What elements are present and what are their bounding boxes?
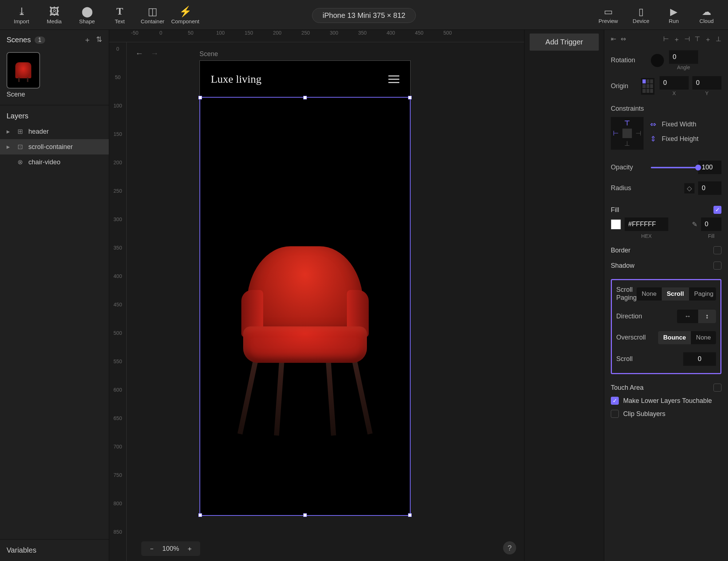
- menu-icon[interactable]: [388, 75, 399, 83]
- overscroll-none-option[interactable]: None: [691, 331, 716, 344]
- align-center2-icon[interactable]: ＋: [673, 35, 680, 44]
- run-button[interactable]: ▶ Run: [657, 2, 690, 28]
- fill-value-input[interactable]: [701, 217, 721, 231]
- align-top-icon[interactable]: ⊤: [695, 35, 700, 44]
- media-label: Media: [47, 18, 62, 24]
- canvas-scene-label[interactable]: Scene: [199, 50, 218, 58]
- zoom-in-icon[interactable]: ＋: [186, 544, 193, 553]
- scroll-value-input[interactable]: [683, 352, 716, 366]
- ruler-tick: 50: [188, 30, 216, 42]
- rotation-input[interactable]: [669, 50, 698, 64]
- device-selector[interactable]: iPhone 13 Mini 375 × 812: [312, 8, 416, 23]
- angle-sublabel: Angle: [677, 64, 690, 70]
- opacity-input[interactable]: [698, 161, 721, 174]
- nav-forward-icon[interactable]: →: [151, 49, 159, 58]
- origin-y-input[interactable]: [692, 76, 721, 90]
- ruler-tick: 800: [109, 501, 126, 529]
- ruler-vertical: 0501001502002503003504004505005506006507…: [109, 42, 127, 561]
- container-tool[interactable]: ◫ Container: [136, 2, 169, 28]
- text-label: Text: [115, 18, 125, 24]
- component-tool[interactable]: ⚡ Component: [169, 2, 202, 28]
- border-checkbox[interactable]: [713, 246, 721, 254]
- fill-hex-input[interactable]: [625, 217, 668, 231]
- layer-name: chair-video: [28, 158, 60, 166]
- scene-name[interactable]: Scene: [0, 90, 109, 105]
- video-layer-icon: ⊗: [16, 158, 24, 166]
- radius-input[interactable]: [698, 181, 721, 195]
- canvas-stage[interactable]: ← → Scene Luxe living: [127, 42, 524, 561]
- overscroll-bounce-option[interactable]: Bounce: [658, 331, 691, 344]
- direction-horizontal-icon[interactable]: ↔: [677, 310, 698, 323]
- layer-scroll-container[interactable]: ▸ ⊡ scroll-container: [0, 139, 109, 154]
- left-panel: Scenes 1 ＋ ⇅ Scene Layers ▸ ⊞ header ▸ ⊡…: [0, 30, 109, 561]
- import-tool[interactable]: ⤓ Import: [5, 2, 38, 28]
- anchor-right-icon[interactable]: ⊣: [636, 129, 641, 137]
- direction-vertical-icon[interactable]: ↕: [698, 310, 716, 323]
- scroll-value-label: Scroll: [616, 355, 633, 363]
- hex-sublabel: HEX: [625, 233, 668, 239]
- align-left-icon[interactable]: ⇤: [611, 35, 616, 44]
- layer-chair-video[interactable]: ▸ ⊗ chair-video: [0, 154, 109, 170]
- chair-thumb-icon: [15, 62, 31, 78]
- rotation-dial[interactable]: [651, 54, 664, 67]
- anchor-top-icon[interactable]: ⊤: [624, 119, 630, 127]
- help-icon[interactable]: ?: [503, 541, 516, 554]
- align-center-h-icon[interactable]: ⇔: [621, 35, 626, 44]
- overscroll-segmented: Bounce None: [658, 331, 716, 344]
- shape-tool[interactable]: ⬤ Shape: [71, 2, 103, 28]
- align-middle-icon[interactable]: ＋: [705, 35, 711, 44]
- shadow-checkbox[interactable]: [713, 262, 721, 270]
- align-bottom-icon[interactable]: ⊥: [716, 35, 721, 44]
- anchor-control[interactable]: ⊤ ⊥ ⊢ ⊣: [611, 117, 644, 150]
- anchor-bottom-icon[interactable]: ⊥: [624, 140, 630, 148]
- ruler-tick: 450: [109, 302, 126, 330]
- opacity-slider[interactable]: [651, 167, 698, 168]
- eyedropper-icon[interactable]: ✎: [692, 220, 697, 228]
- fill-label: Fill: [611, 206, 619, 214]
- scene-settings-icon[interactable]: ⇅: [96, 35, 102, 45]
- paging-scroll-option[interactable]: Scroll: [662, 287, 689, 301]
- fill-swatch[interactable]: [611, 219, 621, 230]
- zoom-out-icon[interactable]: －: [149, 544, 155, 553]
- cloud-button[interactable]: ☁ Cloud: [690, 2, 723, 28]
- paging-paging-option[interactable]: Paging: [689, 287, 716, 301]
- import-icon: ⤓: [17, 5, 26, 17]
- layer-header[interactable]: ▸ ⊞ header: [0, 124, 109, 139]
- lower-layers-checkbox[interactable]: ✓: [611, 397, 619, 405]
- origin-x-input[interactable]: [660, 76, 689, 90]
- add-trigger-button[interactable]: Add Trigger: [530, 34, 599, 51]
- anchor-left-icon[interactable]: ⊢: [613, 129, 619, 137]
- direction-label: Direction: [616, 313, 642, 321]
- paging-none-option[interactable]: None: [637, 287, 662, 301]
- fill-checkbox[interactable]: ✓: [713, 206, 721, 214]
- fixed-height-button[interactable]: ⇕ Fixed Height: [650, 132, 699, 146]
- border-label: Border: [611, 247, 630, 254]
- touch-area-checkbox[interactable]: [713, 384, 721, 392]
- radius-mode-icon[interactable]: ◇: [684, 183, 695, 193]
- component-label: Component: [171, 18, 199, 24]
- align-left2-icon[interactable]: ⊢: [663, 35, 669, 44]
- ruler-tick: 0: [159, 30, 188, 42]
- scene-thumbnail[interactable]: [7, 52, 40, 89]
- scroll-paging-segmented: None Scroll Paging: [637, 287, 716, 301]
- media-tool[interactable]: 🖼 Media: [38, 2, 71, 28]
- preview-button[interactable]: ▭ Preview: [592, 2, 625, 28]
- align-right-icon[interactable]: ⊣: [684, 35, 690, 44]
- ruler-horizontal: -50050100150200250300350400450500: [109, 30, 524, 42]
- zoom-value[interactable]: 100%: [162, 545, 179, 553]
- fixed-width-button[interactable]: ⇔ Fixed Width: [650, 117, 699, 132]
- clip-sublayers-checkbox[interactable]: [611, 410, 619, 418]
- variables-title[interactable]: Variables: [0, 539, 109, 561]
- device-button[interactable]: ▯ Device: [625, 2, 657, 28]
- origin-grid[interactable]: [641, 78, 654, 95]
- add-scene-icon[interactable]: ＋: [84, 35, 91, 45]
- scenes-title: Scenes: [7, 36, 31, 44]
- overscroll-label: Overscroll: [616, 334, 646, 342]
- device-icon: ▯: [638, 5, 644, 18]
- ruler-tick: -50: [131, 30, 159, 42]
- ruler-tick: 50: [109, 74, 126, 103]
- nav-back-icon[interactable]: ←: [135, 49, 143, 58]
- ruler-tick: 500: [443, 30, 472, 42]
- text-tool[interactable]: T Text: [103, 2, 136, 28]
- shape-icon: ⬤: [82, 5, 93, 17]
